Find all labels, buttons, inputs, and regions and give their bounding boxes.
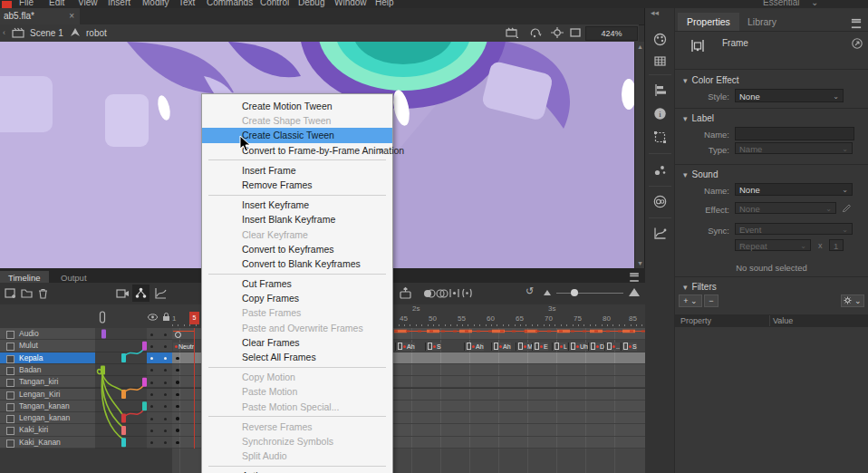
layer-name[interactable]: Audio: [19, 328, 39, 340]
timeline-panel-menu-icon[interactable]: [630, 273, 639, 282]
layer-name[interactable]: Tangan_kanan: [19, 401, 70, 412]
menu-insert[interactable]: Insert: [108, 0, 130, 7]
mouth-keyframe[interactable]: S: [425, 343, 441, 351]
menu-text[interactable]: Text: [178, 0, 195, 7]
tab-close-icon[interactable]: ×: [69, 8, 74, 24]
edit-multiple-frames-icon[interactable]: [448, 286, 461, 300]
graph-view-icon[interactable]: [154, 286, 168, 300]
menu-edit[interactable]: Edit: [49, 0, 64, 7]
timeline-zoom-slider[interactable]: [556, 293, 623, 294]
section-filters[interactable]: Filters: [683, 282, 717, 292]
sound-name-select[interactable]: None ⌄: [735, 183, 853, 196]
center-stage-icon[interactable]: [551, 27, 564, 38]
cc-libraries-panel-icon[interactable]: [652, 194, 668, 209]
color-panel-icon[interactable]: [652, 32, 668, 47]
tab-properties[interactable]: Properties: [678, 13, 739, 31]
layer-name[interactable]: Lengan_Kiri: [19, 389, 60, 401]
mouth-keyframe[interactable]: M: [516, 343, 533, 351]
label-name-input[interactable]: [735, 127, 854, 140]
mouth-keyframe[interactable]: Uh: [568, 343, 588, 351]
motion-editor-panel-icon[interactable]: [652, 226, 668, 241]
menu-item-convert-to-keyframes[interactable]: Convert to Keyframes: [202, 242, 392, 256]
assets-panel-icon[interactable]: [652, 162, 668, 178]
menu-view[interactable]: View: [78, 0, 98, 7]
collapse-panels-icon[interactable]: ◂◂: [651, 8, 659, 17]
menu-item-convert-to-blank-keyframes[interactable]: Convert to Blank Keyframes: [202, 256, 392, 271]
section-color-effect[interactable]: Color Effect: [683, 75, 739, 85]
reset-timeline-zoom-icon[interactable]: ↺: [526, 285, 534, 297]
align-panel-icon[interactable]: [652, 82, 668, 98]
timeline-zoom-slider-knob[interactable]: [571, 289, 578, 296]
menu-item-copy-frames[interactable]: Copy Frames: [202, 291, 392, 305]
menu-debug[interactable]: Debug: [298, 0, 324, 7]
layer-name[interactable]: Lengan_kanan: [19, 412, 70, 424]
menu-item-convert-frame-by-frame[interactable]: Convert to Frame-by-Frame Animation: [202, 143, 392, 158]
layer-name[interactable]: Kepala: [19, 352, 43, 364]
delete-layer-icon[interactable]: [36, 286, 50, 300]
menu-file[interactable]: File: [19, 0, 34, 7]
frame-stamp-icon[interactable]: [399, 286, 412, 300]
menu-item-cut-frames[interactable]: Cut Frames: [202, 276, 392, 291]
back-arrow-icon[interactable]: ‹: [3, 28, 5, 37]
mouth-keyframe[interactable]: Ah: [464, 343, 484, 351]
menu-window[interactable]: Window: [334, 0, 367, 7]
menu-modify[interactable]: Modify: [142, 0, 169, 7]
breadcrumb-symbol[interactable]: robot: [86, 28, 107, 38]
new-folder-icon[interactable]: [20, 286, 34, 300]
tab-library[interactable]: Library: [738, 13, 786, 31]
layer-name[interactable]: Mulut: [19, 340, 38, 352]
mouth-keyframe[interactable]: Ah: [491, 343, 511, 351]
lock-icon[interactable]: [162, 313, 170, 322]
layer-name[interactable]: Kaki_kiri: [19, 424, 48, 436]
menu-item-insert-keyframe[interactable]: Insert Keyframe: [202, 198, 392, 212]
mouth-keyframe[interactable]: S: [621, 343, 637, 351]
menu-item-create-classic-tween[interactable]: Create Classic Tween: [202, 128, 392, 142]
playhead[interactable]: 5: [189, 312, 199, 324]
remove-filter-button[interactable]: −: [704, 294, 719, 307]
layer-name[interactable]: Badan: [19, 364, 42, 376]
camera-icon[interactable]: [116, 286, 130, 300]
menu-item-select-all-frames[interactable]: Select All Frames: [202, 350, 392, 364]
menu-help[interactable]: Help: [375, 0, 394, 7]
menu-control[interactable]: Control: [260, 0, 289, 7]
menu-item-insert-frame[interactable]: Insert Frame: [202, 163, 392, 178]
add-filter-button[interactable]: + ⌄: [679, 294, 702, 307]
filter-options-button[interactable]: ⌄: [841, 294, 864, 307]
mouth-keyframe[interactable]: D: [588, 343, 604, 351]
zoom-fit-icon[interactable]: [569, 27, 582, 38]
mouth-keyframe[interactable]: Ah: [395, 343, 415, 351]
workspace-switcher[interactable]: Essential: [763, 0, 800, 7]
mouth-keyframe[interactable]: ..: [604, 343, 620, 351]
parent-view-button[interactable]: [132, 285, 149, 302]
menu-item-clear-frames[interactable]: Clear Frames: [202, 335, 392, 350]
mouth-keyframe[interactable]: Neutr: [173, 343, 194, 351]
new-layer-icon[interactable]: [4, 286, 17, 300]
clip-content-icon[interactable]: [506, 27, 518, 38]
menu-item-create-motion-tween[interactable]: Create Motion Tween: [202, 99, 392, 113]
mouth-keyframe[interactable]: E: [532, 343, 548, 351]
section-label[interactable]: Label: [683, 113, 714, 123]
info-panel-icon[interactable]: i: [652, 106, 668, 121]
rotate-tool-icon[interactable]: [529, 27, 542, 38]
onion-skin-icon[interactable]: [422, 286, 436, 300]
document-tab[interactable]: ab5.fla* ×: [0, 8, 80, 24]
modify-markers-icon[interactable]: [460, 286, 474, 300]
zoom-level-select[interactable]: 424% ⌄: [585, 26, 638, 41]
breadcrumb-scene[interactable]: Scene 1: [30, 28, 63, 38]
layer-name[interactable]: Tangan_kiri: [19, 376, 58, 388]
eye-icon[interactable]: [148, 314, 158, 321]
menu-item-insert-blank-keyframe[interactable]: Insert Blank Keyframe: [202, 212, 392, 227]
zoom-in-frames-icon[interactable]: [629, 288, 640, 296]
properties-panel-menu-icon[interactable]: [852, 19, 861, 28]
onion-skin-outlines-icon[interactable]: [435, 286, 448, 300]
transform-panel-icon[interactable]: [652, 130, 668, 145]
menu-commands[interactable]: Commands: [207, 0, 253, 7]
style-select[interactable]: None ⌄: [735, 89, 844, 102]
layer-name[interactable]: Kaki_Kanan: [19, 437, 61, 449]
menu-item-actions[interactable]: Actions: [202, 468, 392, 473]
mouth-keyframe[interactable]: L: [552, 343, 567, 351]
swatches-panel-icon[interactable]: [652, 53, 668, 69]
help-icon[interactable]: [852, 38, 863, 49]
zoom-out-frames-icon[interactable]: [544, 290, 551, 295]
menu-item-remove-frames[interactable]: Remove Frames: [202, 178, 392, 192]
